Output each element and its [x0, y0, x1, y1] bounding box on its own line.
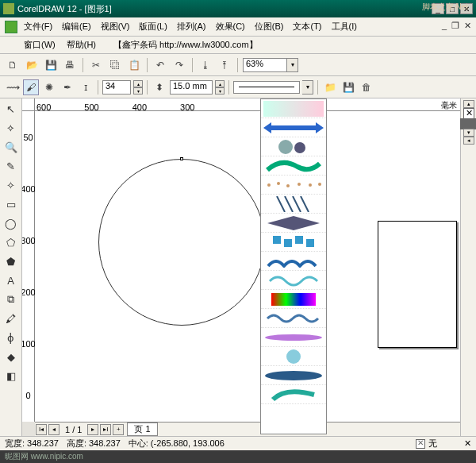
copy-icon[interactable]: ⿻ [107, 57, 123, 73]
smoothing-spin[interactable]: ▴▾ [133, 80, 143, 95]
redo-icon[interactable]: ↷ [171, 57, 187, 73]
import-icon[interactable]: ⭳ [198, 57, 213, 73]
palette-up[interactable]: ▴ [463, 100, 474, 108]
brush-preset-scribble[interactable] [261, 271, 326, 290]
pressure-icon[interactable]: ɪ [78, 79, 94, 95]
canvas-area[interactable]: 600 500 400 300 50 400 300 200 100 0 毫米 … [22, 98, 460, 436]
save-stroke-icon[interactable]: 💾 [340, 79, 356, 95]
brush-preset-waves[interactable] [261, 309, 326, 328]
width-spin[interactable]: ▴▾ [215, 80, 225, 95]
zoom-dropdown[interactable]: ▾ [287, 58, 298, 72]
prev-page-button[interactable]: ◂ [48, 424, 60, 435]
brush-mode-2-icon[interactable]: 🖌 [23, 79, 39, 95]
ellipse-object[interactable] [98, 159, 265, 326]
menu-file[interactable]: 文件(F) [24, 21, 52, 33]
blend-tool[interactable]: ⧉ [2, 291, 20, 308]
brush-preset-spectrum[interactable] [261, 290, 326, 309]
new-icon[interactable]: 🗋 [5, 57, 21, 73]
page-count: 1 / 1 [60, 425, 86, 434]
next-page-button[interactable]: ▸ [87, 424, 98, 435]
brush-preset-gradient-sky[interactable] [261, 99, 326, 118]
rectangle-tool[interactable]: ▭ [2, 195, 20, 213]
menu-text[interactable]: 文本(T) [293, 21, 321, 33]
mdi-min[interactable]: _ [442, 21, 447, 31]
shape-handle[interactable] [180, 157, 183, 160]
width-field[interactable]: 15.0 mm [170, 80, 213, 95]
ruler-origin[interactable] [22, 98, 35, 111]
export-icon[interactable]: ⭱ [217, 57, 232, 73]
app-icon [3, 3, 14, 14]
calligraphy-icon[interactable]: ✒ [60, 79, 75, 95]
mdi-restore[interactable]: ❐ [451, 21, 459, 31]
fill-tool[interactable]: ◆ [2, 348, 20, 365]
smartdraw-tool[interactable]: ✧ [2, 176, 20, 194]
watermark-top: 脚本之家·Net [422, 2, 468, 13]
stroke-preview[interactable] [233, 81, 300, 94]
add-page-button[interactable]: + [113, 424, 124, 435]
browse-icon[interactable]: 📁 [322, 79, 338, 95]
drawing-surface[interactable] [35, 111, 460, 422]
brush-preset-spheres[interactable] [261, 137, 326, 156]
no-color-swatch[interactable]: ✕ [463, 108, 474, 119]
brush-preset-confetti[interactable] [261, 176, 326, 195]
outline-tool[interactable]: ϕ [2, 329, 20, 346]
page-tab[interactable]: 页 1 [127, 422, 157, 436]
svg-rect-17 [295, 236, 303, 244]
brush-preset-squares[interactable] [261, 233, 326, 252]
zoom-tool[interactable]: 🔍 [2, 138, 20, 156]
brush-preset-triangles[interactable] [261, 214, 326, 233]
menu-window[interactable]: 窗口(W) [24, 39, 56, 51]
brush-preset-brush-tail[interactable] [261, 385, 326, 404]
svg-point-6 [286, 184, 290, 187]
ruler-horizontal[interactable]: 600 500 400 300 [35, 98, 460, 111]
palette-down[interactable]: ▾ [463, 129, 474, 137]
brush-preset-arrow-biDir[interactable] [261, 118, 326, 137]
polygon-tool[interactable]: ⬠ [2, 233, 20, 251]
ellipse-tool[interactable]: ◯ [2, 214, 20, 232]
basicshape-tool[interactable]: ⬟ [2, 253, 20, 270]
brush-preset-streak[interactable] [261, 328, 326, 347]
stroke-dropdown[interactable]: ▾ [302, 80, 313, 95]
spray-icon[interactable]: ✺ [41, 79, 57, 95]
freehand-tool[interactable]: ✎ [2, 157, 20, 175]
brush-stroke-dropdown-panel[interactable] [260, 98, 327, 434]
eyedropper-tool[interactable]: 🖍 [2, 310, 20, 327]
close-x-icon[interactable]: ✕ [464, 438, 471, 449]
save-icon[interactable]: 💾 [43, 57, 59, 73]
ruler-vertical[interactable]: 50 400 300 200 100 0 [22, 111, 35, 422]
menu-bitmap[interactable]: 位图(B) [255, 21, 284, 33]
brush-preset-crosshatch[interactable] [261, 195, 326, 214]
brush-preset-splash[interactable] [261, 156, 326, 176]
last-page-button[interactable]: ▸I [100, 424, 111, 435]
text-tool[interactable]: A [2, 272, 20, 289]
mdi-close[interactable]: ✕ [464, 21, 471, 31]
brush-preset-brush-leaf[interactable] [261, 366, 326, 385]
undo-icon[interactable]: ↶ [152, 57, 168, 73]
fill-indicator[interactable] [416, 439, 425, 449]
brush-preset-droplet[interactable] [261, 347, 326, 366]
brush-mode-1-icon[interactable]: ⟿ [5, 79, 21, 95]
interactivefill-tool[interactable]: ◧ [2, 367, 20, 384]
svg-marker-1 [263, 122, 324, 133]
brush-preset-scallop[interactable] [261, 252, 326, 271]
menu-effects[interactable]: 效果(C) [216, 21, 245, 33]
menu-layout[interactable]: 版面(L) [139, 21, 167, 33]
zoom-field[interactable]: 63% [243, 58, 287, 72]
menu-arrange[interactable]: 排列(A) [177, 21, 206, 33]
menu-edit[interactable]: 编辑(E) [62, 21, 91, 33]
open-icon[interactable]: 📂 [24, 57, 40, 73]
menu-tools[interactable]: 工具(I) [332, 21, 357, 33]
delete-stroke-icon[interactable]: 🗑 [359, 79, 374, 95]
barcode-link[interactable]: 【鑫宇条码 http://www.lw3000.com】 [113, 39, 258, 51]
pick-tool[interactable]: ↖ [2, 100, 20, 118]
first-page-button[interactable]: I◂ [36, 424, 47, 435]
menu-help[interactable]: 帮助(H) [67, 39, 96, 51]
shape-tool[interactable]: ⟡ [2, 119, 20, 137]
paste-icon[interactable]: 📋 [126, 57, 142, 73]
menu-view[interactable]: 视图(V) [101, 21, 130, 33]
bottom-watermark: 昵图网 www.nipic.com [5, 451, 83, 462]
cut-icon[interactable]: ✂ [88, 57, 104, 73]
smoothing-field[interactable]: 34 [102, 80, 131, 95]
palette-flyout[interactable]: ◂ [463, 137, 474, 145]
print-icon[interactable]: 🖶 [62, 57, 78, 73]
